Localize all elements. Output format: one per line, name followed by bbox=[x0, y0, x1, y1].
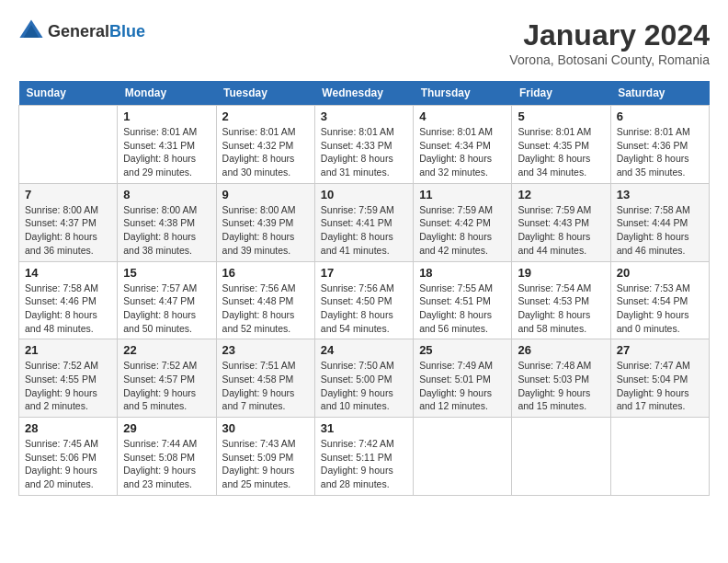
day-info: Sunrise: 8:01 AMSunset: 4:36 PMDaylight:… bbox=[617, 125, 703, 179]
calendar-cell: 3Sunrise: 8:01 AMSunset: 4:33 PMDaylight… bbox=[314, 106, 413, 184]
calendar-cell: 28Sunrise: 7:45 AMSunset: 5:06 PMDayligh… bbox=[19, 418, 118, 496]
day-info: Sunrise: 8:00 AMSunset: 4:38 PMDaylight:… bbox=[123, 203, 210, 258]
calendar-cell: 7Sunrise: 8:00 AMSunset: 4:37 PMDaylight… bbox=[19, 183, 118, 261]
page-header: General Blue January 2024 Vorona, Botosa… bbox=[18, 18, 710, 67]
day-number: 3 bbox=[321, 109, 407, 123]
day-number: 10 bbox=[321, 188, 407, 201]
dow-monday: Monday bbox=[118, 81, 216, 106]
day-number: 29 bbox=[123, 421, 210, 435]
day-number: 16 bbox=[222, 266, 309, 280]
day-number: 5 bbox=[518, 109, 604, 123]
week-row-2: 14Sunrise: 7:58 AMSunset: 4:46 PMDayligh… bbox=[19, 261, 710, 339]
day-number: 22 bbox=[123, 343, 210, 357]
day-info: Sunrise: 7:42 AMSunset: 5:11 PMDaylight:… bbox=[321, 437, 407, 491]
day-info: Sunrise: 8:01 AMSunset: 4:35 PMDaylight:… bbox=[518, 125, 604, 179]
calendar-cell: 22Sunrise: 7:52 AMSunset: 4:57 PMDayligh… bbox=[118, 339, 216, 418]
month-title: January 2024 bbox=[509, 18, 710, 52]
day-info: Sunrise: 7:43 AMSunset: 5:09 PMDaylight:… bbox=[222, 437, 309, 491]
week-row-4: 28Sunrise: 7:45 AMSunset: 5:06 PMDayligh… bbox=[19, 418, 710, 496]
calendar-cell bbox=[610, 418, 709, 496]
calendar-cell: 19Sunrise: 7:54 AMSunset: 4:53 PMDayligh… bbox=[512, 261, 610, 339]
calendar-cell: 27Sunrise: 7:47 AMSunset: 5:04 PMDayligh… bbox=[610, 339, 709, 418]
week-row-0: 1Sunrise: 8:01 AMSunset: 4:31 PMDaylight… bbox=[19, 106, 710, 184]
week-row-3: 21Sunrise: 7:52 AMSunset: 4:55 PMDayligh… bbox=[19, 339, 710, 418]
logo: General Blue bbox=[18, 18, 145, 44]
calendar-cell: 25Sunrise: 7:49 AMSunset: 5:01 PMDayligh… bbox=[414, 339, 512, 418]
dow-friday: Friday bbox=[512, 81, 610, 106]
day-number: 14 bbox=[25, 266, 111, 280]
day-info: Sunrise: 7:59 AMSunset: 4:41 PMDaylight:… bbox=[321, 203, 407, 258]
day-info: Sunrise: 7:56 AMSunset: 4:50 PMDaylight:… bbox=[321, 282, 407, 336]
dow-sunday: Sunday bbox=[19, 81, 118, 106]
day-number: 12 bbox=[518, 188, 604, 201]
day-number: 1 bbox=[123, 109, 210, 123]
day-info: Sunrise: 8:01 AMSunset: 4:33 PMDaylight:… bbox=[321, 125, 407, 179]
day-info: Sunrise: 7:44 AMSunset: 5:08 PMDaylight:… bbox=[123, 437, 210, 491]
day-number: 20 bbox=[617, 266, 703, 280]
calendar-cell: 26Sunrise: 7:48 AMSunset: 5:03 PMDayligh… bbox=[512, 339, 610, 418]
day-number: 30 bbox=[222, 421, 309, 435]
calendar-cell: 12Sunrise: 7:59 AMSunset: 4:43 PMDayligh… bbox=[512, 183, 610, 261]
day-info: Sunrise: 7:47 AMSunset: 5:04 PMDaylight:… bbox=[617, 359, 703, 413]
calendar-cell: 9Sunrise: 8:00 AMSunset: 4:39 PMDaylight… bbox=[216, 183, 314, 261]
days-of-week-header: SundayMondayTuesdayWednesdayThursdayFrid… bbox=[19, 81, 710, 106]
day-info: Sunrise: 7:52 AMSunset: 4:55 PMDaylight:… bbox=[25, 359, 111, 413]
subtitle: Vorona, Botosani County, Romania bbox=[509, 52, 710, 67]
day-info: Sunrise: 7:58 AMSunset: 4:46 PMDaylight:… bbox=[25, 282, 111, 336]
day-info: Sunrise: 8:00 AMSunset: 4:39 PMDaylight:… bbox=[222, 203, 309, 258]
day-number: 23 bbox=[222, 343, 309, 357]
calendar-cell: 31Sunrise: 7:42 AMSunset: 5:11 PMDayligh… bbox=[314, 418, 413, 496]
day-info: Sunrise: 7:45 AMSunset: 5:06 PMDaylight:… bbox=[25, 437, 111, 491]
calendar-cell: 21Sunrise: 7:52 AMSunset: 4:55 PMDayligh… bbox=[19, 339, 118, 418]
calendar-cell: 24Sunrise: 7:50 AMSunset: 5:00 PMDayligh… bbox=[314, 339, 413, 418]
day-number: 4 bbox=[419, 109, 506, 123]
day-info: Sunrise: 7:51 AMSunset: 4:58 PMDaylight:… bbox=[222, 359, 309, 413]
day-info: Sunrise: 7:56 AMSunset: 4:48 PMDaylight:… bbox=[222, 282, 309, 336]
day-info: Sunrise: 7:59 AMSunset: 4:42 PMDaylight:… bbox=[419, 203, 506, 258]
calendar-cell: 13Sunrise: 7:58 AMSunset: 4:44 PMDayligh… bbox=[610, 183, 709, 261]
calendar-cell: 15Sunrise: 7:57 AMSunset: 4:47 PMDayligh… bbox=[118, 261, 216, 339]
day-number: 17 bbox=[321, 266, 407, 280]
day-number: 2 bbox=[222, 109, 309, 123]
logo-icon bbox=[18, 18, 44, 44]
day-number: 13 bbox=[617, 188, 703, 201]
day-info: Sunrise: 7:55 AMSunset: 4:51 PMDaylight:… bbox=[419, 282, 506, 336]
dow-tuesday: Tuesday bbox=[216, 81, 314, 106]
calendar-body: 1Sunrise: 8:01 AMSunset: 4:31 PMDaylight… bbox=[19, 106, 710, 496]
day-info: Sunrise: 7:48 AMSunset: 5:03 PMDaylight:… bbox=[518, 359, 604, 413]
calendar-cell bbox=[512, 418, 610, 496]
calendar-cell: 2Sunrise: 8:01 AMSunset: 4:32 PMDaylight… bbox=[216, 106, 314, 184]
day-number: 25 bbox=[419, 343, 506, 357]
day-number: 28 bbox=[25, 421, 111, 435]
calendar-cell: 18Sunrise: 7:55 AMSunset: 4:51 PMDayligh… bbox=[414, 261, 512, 339]
day-number: 26 bbox=[518, 343, 604, 357]
calendar-cell: 23Sunrise: 7:51 AMSunset: 4:58 PMDayligh… bbox=[216, 339, 314, 418]
day-number: 31 bbox=[321, 421, 407, 435]
day-info: Sunrise: 7:54 AMSunset: 4:53 PMDaylight:… bbox=[518, 282, 604, 336]
day-number: 27 bbox=[617, 343, 703, 357]
calendar-cell: 14Sunrise: 7:58 AMSunset: 4:46 PMDayligh… bbox=[19, 261, 118, 339]
calendar-cell: 1Sunrise: 8:01 AMSunset: 4:31 PMDaylight… bbox=[118, 106, 216, 184]
calendar-cell: 5Sunrise: 8:01 AMSunset: 4:35 PMDaylight… bbox=[512, 106, 610, 184]
calendar-cell: 30Sunrise: 7:43 AMSunset: 5:09 PMDayligh… bbox=[216, 418, 314, 496]
day-number: 24 bbox=[321, 343, 407, 357]
calendar-cell: 11Sunrise: 7:59 AMSunset: 4:42 PMDayligh… bbox=[414, 183, 512, 261]
calendar-cell: 8Sunrise: 8:00 AMSunset: 4:38 PMDaylight… bbox=[118, 183, 216, 261]
dow-saturday: Saturday bbox=[610, 81, 709, 106]
logo-general: General bbox=[48, 23, 109, 40]
day-info: Sunrise: 7:57 AMSunset: 4:47 PMDaylight:… bbox=[123, 282, 210, 336]
day-number: 19 bbox=[518, 266, 604, 280]
calendar-cell bbox=[414, 418, 512, 496]
calendar-cell: 4Sunrise: 8:01 AMSunset: 4:34 PMDaylight… bbox=[414, 106, 512, 184]
calendar-cell: 10Sunrise: 7:59 AMSunset: 4:41 PMDayligh… bbox=[314, 183, 413, 261]
day-number: 11 bbox=[419, 188, 506, 201]
calendar-cell bbox=[19, 106, 118, 184]
title-block: January 2024 Vorona, Botosani County, Ro… bbox=[509, 18, 710, 67]
calendar-cell: 20Sunrise: 7:53 AMSunset: 4:54 PMDayligh… bbox=[610, 261, 709, 339]
week-row-1: 7Sunrise: 8:00 AMSunset: 4:37 PMDaylight… bbox=[19, 183, 710, 261]
dow-wednesday: Wednesday bbox=[314, 81, 413, 106]
day-number: 6 bbox=[617, 109, 703, 123]
day-info: Sunrise: 7:53 AMSunset: 4:54 PMDaylight:… bbox=[617, 282, 703, 336]
calendar-cell: 6Sunrise: 8:01 AMSunset: 4:36 PMDaylight… bbox=[610, 106, 709, 184]
day-info: Sunrise: 7:52 AMSunset: 4:57 PMDaylight:… bbox=[123, 359, 210, 413]
